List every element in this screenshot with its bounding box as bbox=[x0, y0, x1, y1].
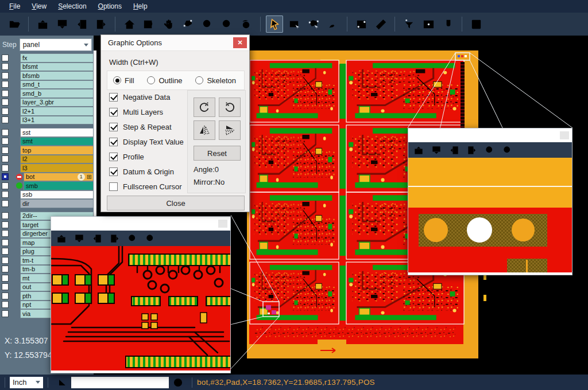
layer-row[interactable]: bfsmb bbox=[0, 71, 94, 80]
zoom-window-viewport[interactable] bbox=[408, 158, 572, 275]
layer-row[interactable]: ssb bbox=[0, 190, 94, 200]
layer-row[interactable]: sst bbox=[0, 128, 94, 137]
layer-visibility-checkbox[interactable] bbox=[0, 71, 16, 80]
open-folder-icon[interactable] bbox=[6, 15, 23, 33]
checkbox-option[interactable]: Multi Layers bbox=[109, 107, 184, 116]
zoom-window-title-bar[interactable] bbox=[51, 217, 230, 231]
rotate-cw-button[interactable] bbox=[194, 98, 215, 117]
view-options-icon[interactable] bbox=[420, 15, 437, 33]
select-cursor-icon[interactable] bbox=[266, 15, 283, 33]
menu-help[interactable]: Help bbox=[127, 1, 153, 12]
layer-row[interactable]: smt bbox=[0, 137, 94, 146]
layer-visibility-checkbox[interactable] bbox=[0, 283, 16, 292]
menu-selection[interactable]: Selection bbox=[52, 1, 92, 12]
zoom-out-icon[interactable] bbox=[502, 145, 513, 156]
corner-angle-icon[interactable] bbox=[56, 377, 68, 388]
window-menu-button[interactable] bbox=[560, 131, 569, 139]
checkbox-option[interactable]: Profile bbox=[109, 152, 184, 161]
move-right-icon[interactable] bbox=[109, 233, 121, 244]
mirror-horizontal-button[interactable] bbox=[194, 120, 215, 140]
layer-row[interactable]: l3+1 bbox=[0, 116, 94, 125]
radio-option[interactable]: Fill bbox=[113, 76, 134, 85]
checkbox-option[interactable]: Fullscreen Cursor bbox=[109, 182, 184, 191]
measure-ruler-icon[interactable] bbox=[372, 15, 389, 33]
menu-view[interactable]: View bbox=[26, 1, 52, 12]
layer-visibility-checkbox[interactable] bbox=[0, 256, 16, 265]
move-right-icon[interactable] bbox=[466, 145, 478, 156]
filter-icon[interactable] bbox=[400, 15, 417, 33]
layer-visibility-checkbox[interactable] bbox=[0, 247, 16, 256]
layer-visibility-checkbox[interactable] bbox=[0, 181, 16, 190]
layer-row[interactable]: dir bbox=[0, 199, 94, 208]
layer-row[interactable]: smd_t bbox=[0, 80, 94, 89]
layer-visibility-checkbox[interactable] bbox=[0, 63, 16, 72]
move-down-icon[interactable] bbox=[53, 15, 71, 33]
layer-visibility-checkbox[interactable] bbox=[0, 265, 16, 274]
dialog-title-bar[interactable]: Graphic Options ✕ bbox=[101, 35, 249, 51]
zoom-window-icon[interactable] bbox=[140, 15, 157, 33]
layer-visibility-checkbox[interactable] bbox=[0, 116, 16, 125]
layer-visibility-checkbox[interactable] bbox=[0, 146, 16, 155]
layer-row[interactable]: fx bbox=[0, 53, 94, 63]
layer-visibility-checkbox[interactable] bbox=[0, 137, 16, 146]
zoom-out-icon[interactable] bbox=[145, 233, 156, 244]
select-polygon-icon[interactable] bbox=[305, 15, 322, 33]
layer-row[interactable]: layer_3.gbr bbox=[0, 98, 94, 107]
layer-visibility-checkbox[interactable] bbox=[0, 80, 16, 89]
layer-row[interactable]: bfsmt bbox=[0, 63, 94, 72]
layer-visibility-checkbox[interactable] bbox=[0, 291, 16, 301]
checkbox-option[interactable]: Negative Data bbox=[109, 92, 184, 102]
layer-row[interactable]: l3 bbox=[0, 163, 94, 173]
snap-magnet-icon[interactable] bbox=[439, 15, 457, 33]
checkbox-option[interactable]: Display Text Value bbox=[109, 137, 184, 146]
zoom-polygon-icon[interactable] bbox=[179, 15, 196, 33]
layer-visibility-checkbox[interactable] bbox=[0, 238, 16, 247]
move-left-icon[interactable] bbox=[448, 145, 460, 156]
layer-visibility-checkbox[interactable] bbox=[0, 53, 16, 63]
move-down-icon[interactable] bbox=[74, 233, 85, 244]
step-select[interactable]: panel bbox=[20, 38, 92, 51]
layer-visibility-checkbox[interactable] bbox=[0, 128, 16, 137]
pan-hand-icon[interactable] bbox=[160, 15, 177, 33]
layer-row[interactable]: l2 bbox=[0, 155, 94, 164]
layer-row[interactable]: top bbox=[0, 146, 94, 155]
command-input[interactable] bbox=[71, 377, 169, 388]
zoom-in-icon[interactable] bbox=[484, 145, 496, 156]
menu-file[interactable]: File bbox=[3, 1, 26, 12]
layer-visibility-checkbox[interactable] bbox=[0, 212, 16, 221]
layer-visibility-checkbox[interactable] bbox=[0, 274, 16, 283]
layer-visibility-checkbox[interactable] bbox=[0, 163, 16, 173]
layer-visibility-checkbox[interactable] bbox=[0, 98, 16, 107]
layer-visibility-checkbox[interactable] bbox=[0, 301, 16, 310]
layer-visibility-checkbox[interactable] bbox=[0, 107, 16, 116]
zoom-window-viewport[interactable] bbox=[51, 246, 230, 373]
rotate-ccw-button[interactable] bbox=[219, 98, 241, 117]
move-up-icon[interactable] bbox=[56, 233, 67, 244]
measure-distance-icon[interactable] bbox=[353, 15, 370, 33]
clean-brush-icon[interactable] bbox=[324, 15, 342, 33]
close-button[interactable]: Close bbox=[107, 196, 245, 210]
layer-visibility-checkbox[interactable] bbox=[0, 89, 16, 98]
menu-options[interactable]: Options bbox=[92, 1, 127, 12]
mirror-vertical-button[interactable] bbox=[219, 120, 241, 140]
close-icon[interactable]: ✕ bbox=[233, 37, 247, 48]
zoom-in-icon[interactable] bbox=[199, 15, 216, 33]
move-up-icon[interactable] bbox=[34, 15, 51, 33]
layer-visibility-checkbox[interactable] bbox=[0, 199, 16, 208]
home-view-icon[interactable] bbox=[121, 15, 138, 33]
checkbox-option[interactable]: Step & Repeat bbox=[109, 122, 184, 131]
move-left-icon[interactable] bbox=[91, 233, 103, 244]
checkbox-option[interactable]: Datum & Origin bbox=[109, 167, 184, 176]
layer-visibility-checkbox[interactable] bbox=[0, 220, 16, 229]
layer-visibility-checkbox[interactable] bbox=[0, 190, 16, 200]
move-down-icon[interactable] bbox=[431, 145, 442, 156]
zoom-previous-icon[interactable] bbox=[238, 15, 255, 33]
layer-panel-icon[interactable] bbox=[467, 15, 485, 33]
layer-visibility-checkbox[interactable] bbox=[0, 173, 16, 182]
layer-visibility-checkbox[interactable] bbox=[0, 155, 16, 164]
canvas-scrollbar[interactable] bbox=[94, 50, 96, 221]
unit-select[interactable]: Inch bbox=[10, 377, 43, 388]
select-rectangle-icon[interactable] bbox=[285, 15, 303, 33]
move-up-icon[interactable] bbox=[413, 145, 424, 156]
zoom-in-icon[interactable] bbox=[127, 233, 138, 244]
